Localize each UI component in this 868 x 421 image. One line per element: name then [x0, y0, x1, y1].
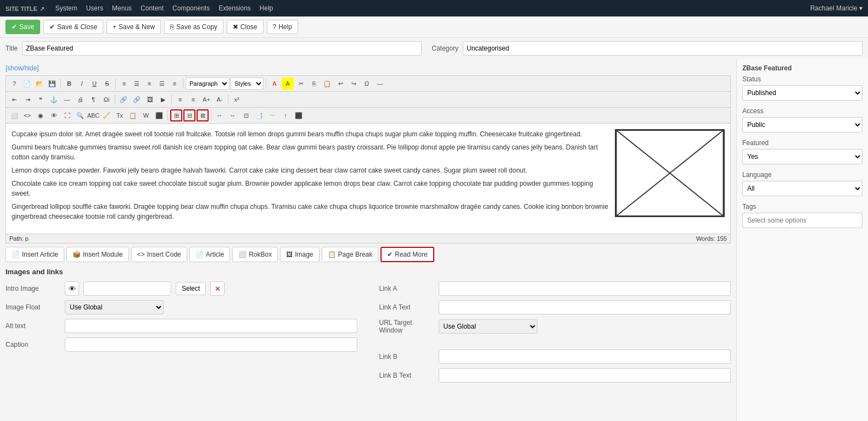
cut-icon[interactable]: ✂ [295, 77, 307, 90]
nav-content[interactable]: Content [141, 4, 164, 12]
paste-icon[interactable]: 📋 [321, 77, 333, 90]
pastetext-icon[interactable]: 📋 [127, 109, 139, 121]
format-select[interactable]: Paragraph Heading 1 Heading 2 [186, 77, 229, 90]
sidebar-tags-input[interactable] [742, 213, 863, 228]
link-b-text-input[interactable] [439, 368, 731, 383]
visualaid-icon[interactable]: ⬜ [8, 109, 20, 121]
help-icon[interactable]: ? [8, 77, 20, 90]
table-col-icon[interactable]: ⊟ [183, 109, 195, 121]
minus-icon[interactable]: — [374, 77, 386, 90]
nav-users[interactable]: Users [86, 4, 103, 12]
nav-help[interactable]: Help [260, 4, 273, 12]
bullist-icon[interactable]: ≡ [174, 93, 186, 106]
forecolor-icon[interactable]: A [268, 77, 281, 90]
article-button[interactable]: 📄 Article [189, 247, 230, 262]
decrease-icon[interactable]: A- [214, 93, 226, 106]
save-close-button[interactable]: ✔ Save & Close [43, 20, 103, 34]
image-icon[interactable]: 🖼 [144, 93, 156, 106]
rtl-icon[interactable]: ↔ [227, 109, 239, 121]
align-left-icon[interactable]: ≡ [118, 77, 130, 90]
caption-input[interactable] [65, 337, 357, 352]
save-icon[interactable]: 💾 [46, 77, 58, 90]
sidebar-access-select[interactable]: Public Guest Registered Special Super Us… [742, 117, 863, 132]
table-icon[interactable]: ⊞ [170, 109, 182, 121]
redo-icon[interactable]: ↪ [348, 77, 360, 90]
align-justify-icon[interactable]: ☰ [156, 77, 168, 90]
image-float-select[interactable]: Use Global None Left Right [65, 300, 164, 314]
intro-image-input[interactable] [83, 281, 171, 296]
save-new-button[interactable]: + Save & New [107, 20, 161, 34]
align-right-icon[interactable]: ≡ [143, 77, 155, 90]
editor-content-area[interactable]: Cupcake ipsum dolor sit. Amet dragée swe… [6, 124, 730, 234]
increase-icon[interactable]: A+ [200, 93, 212, 106]
special-char-icon[interactable]: Ω [361, 77, 373, 90]
selectall-icon[interactable]: ⬛ [153, 109, 165, 121]
rokbox-button[interactable]: ⬜ RokBox [232, 247, 278, 262]
save-copy-button[interactable]: ⎘ Save as Copy [164, 20, 223, 34]
nav-components[interactable]: Components [172, 4, 210, 12]
pasteword-icon[interactable]: W [140, 109, 152, 121]
copy-icon[interactable]: ⎘ [308, 77, 320, 90]
anchor-icon[interactable]: ⚓ [48, 93, 60, 106]
outdent-icon[interactable]: ⇤ [8, 93, 20, 106]
charmap-icon[interactable]: Ωi [100, 93, 113, 106]
insert-code-button[interactable]: <> Insert Code [131, 247, 187, 262]
link-b-input[interactable] [439, 350, 731, 364]
numlist-icon[interactable]: ≡ [187, 93, 199, 106]
styles-select[interactable]: Styles [231, 77, 264, 90]
page-break-button[interactable]: 📋 Page Break [322, 247, 379, 262]
category-input[interactable] [463, 41, 863, 56]
code-icon[interactable]: <> [21, 109, 33, 121]
underline-icon[interactable]: U [88, 77, 100, 90]
more-icon[interactable]: ⋯ [266, 109, 278, 121]
strikethrough-icon[interactable]: S [101, 77, 113, 90]
image-button[interactable]: 🖼 Image [280, 247, 319, 262]
hilitecolor-icon[interactable]: A [282, 77, 294, 90]
spellcheck-icon[interactable]: ABC [87, 109, 99, 121]
undo-icon[interactable]: ↩ [334, 77, 346, 90]
url-target-select[interactable]: Use Global Parent Window New Window In P… [439, 319, 537, 334]
table-row-icon[interactable]: ⊠ [197, 109, 209, 121]
link-icon[interactable]: 🔗 [131, 93, 143, 106]
align-center-icon[interactable]: ☰ [131, 77, 143, 90]
media-icon[interactable]: ▶ [157, 93, 169, 106]
save-button[interactable]: ✔ Save [5, 20, 40, 34]
ltr-icon[interactable]: ↔ [214, 109, 226, 121]
show-hide-link[interactable]: [show/hide] [5, 64, 731, 72]
fullscreen-icon[interactable]: ⛶ [61, 109, 73, 121]
preview-icon[interactable]: 👁 [48, 109, 60, 121]
indent-icon[interactable]: ⇥ [21, 93, 33, 106]
site-title[interactable]: SITE TITLE ↗ [5, 4, 44, 13]
sidebar-language-select[interactable]: All English (UK) English (US) [742, 181, 863, 196]
cleanup-icon[interactable]: 🧹 [100, 109, 113, 121]
sidebar-status-select[interactable]: Published Unpublished Archived Trashed [742, 85, 863, 101]
template-icon[interactable]: 📑 [253, 109, 265, 121]
read-more-button[interactable]: ✔ Read More [380, 247, 434, 262]
layers-icon[interactable]: ⊡ [240, 109, 252, 121]
nav-menus[interactable]: Menus [112, 4, 132, 12]
align-full-icon[interactable]: ≡ [169, 77, 181, 90]
new-doc-icon[interactable]: 📄 [21, 77, 33, 90]
select-button[interactable]: Select [176, 282, 206, 295]
insert-article-button[interactable]: 📄 Insert Article [5, 247, 64, 262]
nonbreaking-icon[interactable]: ¶ [87, 93, 99, 106]
bold-icon[interactable]: B [63, 77, 75, 90]
removeformat-icon[interactable]: Tx [114, 109, 126, 121]
nav-system[interactable]: System [55, 4, 77, 12]
user-info[interactable]: Rachael Maricle ▾ [810, 4, 863, 12]
unlink-icon[interactable]: 🔗 [117, 93, 130, 106]
hr-icon[interactable]: — [61, 93, 73, 106]
embed-icon[interactable]: ↑ [279, 109, 292, 121]
insert-module-button[interactable]: 📦 Insert Module [66, 247, 129, 262]
alt-text-input[interactable] [65, 319, 357, 333]
nav-extensions[interactable]: Extensions [219, 4, 251, 12]
link-a-text-input[interactable] [439, 300, 731, 314]
title-input[interactable] [22, 41, 422, 56]
eye-button[interactable]: 👁 [65, 281, 79, 296]
close-button[interactable]: ✖ Close [227, 20, 264, 34]
format2-icon[interactable]: ⬛ [293, 109, 305, 121]
blockquote-icon[interactable]: ❝ [35, 93, 47, 106]
clear-button[interactable]: ✕ [210, 281, 225, 296]
find-icon[interactable]: 🔍 [74, 109, 86, 121]
source-icon[interactable]: ◉ [35, 109, 47, 121]
